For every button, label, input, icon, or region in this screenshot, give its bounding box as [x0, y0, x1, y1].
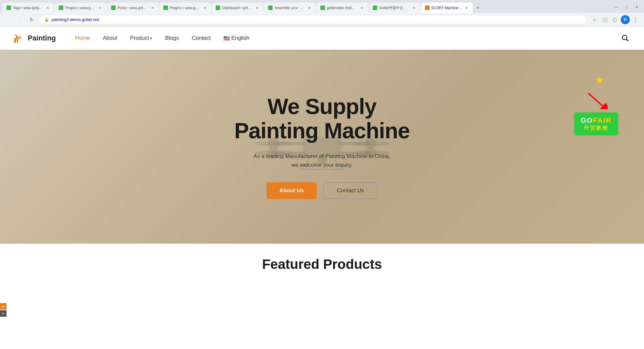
cast-icon[interactable]: ⬜	[600, 15, 609, 24]
url-text: painting2-demo.gofair.net	[52, 17, 582, 22]
tab-label-5: Dashboard • gofa...	[222, 6, 253, 10]
gofair-badge[interactable]: GOFAIR 外贸教程	[574, 76, 618, 135]
tab-9[interactable]: GLORY Machinery ... ✕	[421, 3, 473, 13]
tab-close-3[interactable]: ✕	[150, 5, 155, 10]
gofair-box[interactable]: GOFAIR 外贸教程	[574, 112, 618, 135]
featured-products-title: Featured Products	[13, 257, 631, 272]
tab-favicon-9	[425, 5, 430, 10]
tab-label-9: GLORY Machinery ...	[431, 6, 462, 10]
tab-label-6: Assemble your Po...	[275, 6, 305, 10]
new-tab-button[interactable]: +	[473, 3, 483, 12]
more-options-button[interactable]: ⋮	[631, 15, 640, 24]
svg-line-23	[588, 93, 603, 106]
tab-close-8[interactable]: ✕	[411, 5, 417, 10]
nav-language[interactable]: 🇺🇸 English	[223, 35, 249, 41]
tab-close-2[interactable]: ✕	[98, 5, 103, 10]
about-us-button[interactable]: About Us	[266, 182, 317, 199]
back-button[interactable]: ←	[4, 15, 13, 24]
gofair-go-text: GOFAIR	[581, 116, 612, 125]
lock-icon: 🔒	[44, 17, 49, 22]
nav-contact[interactable]: Contact	[192, 35, 211, 41]
tab-favicon-6	[268, 5, 273, 10]
tab-favicon-4	[163, 5, 168, 10]
tab-favicon-5	[216, 5, 220, 10]
hero-buttons: About Us Contact Us	[234, 182, 410, 199]
tab-favicon-1	[6, 5, 11, 10]
search-icon	[622, 35, 629, 42]
gofair-subtitle-text: 外贸教程	[581, 125, 612, 132]
tab-favicon-8	[373, 5, 377, 10]
svg-rect-0	[14, 38, 16, 43]
browser-extensions-icon[interactable]: ⬡	[610, 15, 619, 24]
site-logo[interactable]: Painting	[13, 32, 56, 44]
tab-close-4[interactable]: ✕	[202, 5, 207, 10]
nav-home[interactable]: Home	[75, 35, 90, 41]
close-button[interactable]: ✕	[632, 3, 641, 12]
hero-subtitle: As a leading Manufacturer of Painting Ma…	[234, 152, 410, 169]
minimize-button[interactable]: ─	[612, 3, 621, 12]
tab-close-7[interactable]: ✕	[359, 5, 364, 10]
tab-close-9[interactable]: ✕	[464, 5, 469, 10]
window-controls: ─ □ ✕	[612, 3, 641, 13]
tab-1[interactable]: Tags • www.gofairv... ✕	[3, 3, 54, 13]
tab-4[interactable]: Plugins • www.gofa... ✕	[160, 3, 211, 13]
tab-3[interactable]: Posts • www.gofair... ✕	[107, 3, 159, 13]
reload-button[interactable]: ↻	[27, 15, 36, 24]
tab-close-5[interactable]: ✕	[254, 5, 260, 10]
tab-8[interactable]: Gofair外贸中文官网 ✕	[369, 3, 421, 13]
search-button[interactable]	[619, 32, 631, 44]
tab-favicon-7	[320, 5, 325, 10]
nav-product[interactable]: Product ▾	[130, 35, 152, 41]
tab-label-7: gofairvideo testing...	[327, 6, 357, 10]
maximize-button[interactable]: □	[622, 3, 631, 12]
tab-5[interactable]: Dashboard • gofa... ✕	[212, 3, 264, 13]
tab-label-8: Gofair外贸中文官网	[379, 5, 410, 10]
tab-2[interactable]: Plugins • www.gofa... ✕	[55, 3, 107, 13]
tab-close-6[interactable]: ✕	[307, 5, 312, 10]
hero-title: We Supply Painting Machine	[234, 94, 410, 143]
product-dropdown-arrow: ▾	[150, 36, 152, 40]
tab-bar: Tags • www.gofairv... ✕ Plugins • www.go…	[0, 0, 644, 13]
nav-about[interactable]: About	[103, 35, 117, 41]
forward-button[interactable]: →	[16, 15, 25, 24]
toolbar-actions: ☆ ⬜ ⬡ 新 ⋮	[590, 15, 640, 24]
flag-icon: 🇺🇸	[223, 35, 230, 41]
nav-links: Home About Product ▾ Blogs Contact 🇺🇸 En…	[75, 35, 619, 41]
tab-label-2: Plugins • www.gofa...	[65, 6, 96, 10]
site-nav: Painting Home About Product ▾ Blogs Cont…	[0, 26, 644, 50]
browser-chrome: Tags • www.gofairv... ✕ Plugins • www.go…	[0, 0, 644, 26]
profile-button[interactable]: 新	[621, 15, 630, 24]
gofair-fair-text: FAIR	[593, 116, 612, 124]
tab-7[interactable]: gofairvideo testing... ✕	[317, 3, 368, 13]
profile-initial: 新	[623, 17, 627, 22]
tab-favicon-3	[111, 5, 116, 10]
tab-label-3: Posts • www.gofair...	[118, 6, 148, 10]
contact-us-button[interactable]: Contact Us	[323, 182, 378, 199]
featured-products-section: Featured Products	[0, 244, 644, 279]
website-content: Painting Home About Product ▾ Blogs Cont…	[0, 26, 644, 279]
red-arrow-icon	[585, 90, 608, 109]
nav-blogs[interactable]: Blogs	[165, 35, 179, 41]
hero-section: We Supply Painting Machine As a leading …	[0, 50, 644, 244]
logo-icon	[13, 32, 25, 44]
hero-content: We Supply Painting Machine As a leading …	[228, 94, 416, 199]
tab-label-1: Tags • www.gofairv...	[13, 6, 43, 10]
star-decoration	[595, 76, 604, 85]
address-bar[interactable]: 🔒 painting2-demo.gofair.net	[39, 15, 587, 24]
logo-text: Painting	[28, 34, 56, 42]
svg-line-4	[627, 39, 628, 41]
bookmark-star-icon[interactable]: ☆	[590, 15, 599, 24]
tab-6[interactable]: Assemble your Po... ✕	[264, 3, 316, 13]
tab-favicon-2	[59, 5, 63, 10]
tab-close-1[interactable]: ✕	[45, 5, 50, 10]
browser-toolbar: ← → ↻ 🔒 painting2-demo.gofair.net ☆ ⬜ ⬡ …	[0, 13, 644, 26]
tab-label-4: Plugins • www.gofa...	[170, 6, 200, 10]
